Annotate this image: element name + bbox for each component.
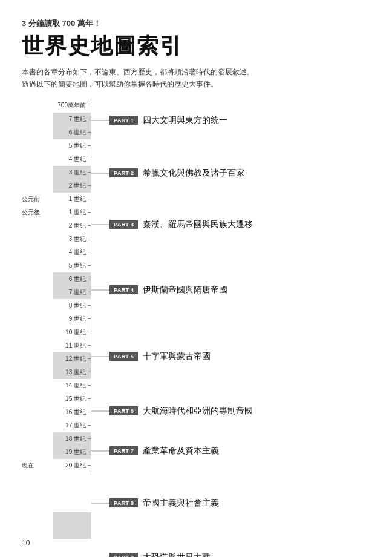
- part-5-badge: PART 5: [109, 352, 138, 361]
- timeline-row-5ad: 5 世紀: [22, 259, 91, 272]
- timeline-row-7bc: 7 世紀: [22, 113, 91, 126]
- part-1-badge: PART 1: [109, 116, 138, 125]
- description: 本書的各章分布如下，不論東、西方歷史，都將順沿著時代的發展敘述。 透過以下的簡要…: [22, 66, 370, 91]
- part-2-badge: PART 2: [109, 168, 138, 177]
- part-9: PART 9 大恐慌與世界大戰: [91, 552, 370, 557]
- part-6: PART 6 大航海時代和亞洲的專制帝國: [91, 406, 370, 417]
- part-3-title: 秦漢、羅馬帝國與民族大遷移: [143, 219, 253, 230]
- timeline-row-6ad: 6 世紀: [22, 272, 91, 286]
- timeline-row-7ad: 7 世紀: [22, 286, 91, 299]
- part-4: PART 4 伊斯蘭帝國與隋唐帝國: [91, 285, 370, 295]
- part-4-badge: PART 4: [109, 285, 138, 294]
- timeline-row-17ad: 17 世紀: [22, 419, 91, 432]
- part-2-title: 希臘文化與佛教及諸子百家: [143, 168, 244, 179]
- timeline-row-2bc: 2 世紀: [22, 179, 91, 193]
- part-7-badge: PART 7: [109, 446, 138, 455]
- timeline-row-1ad: 公元後 1 世紀: [22, 206, 91, 219]
- timeline-row-2ad: 2 世紀: [22, 219, 91, 232]
- timeline-row-6bc: 6 世紀: [22, 126, 91, 139]
- timeline-row-1bc: 公元前 1 世紀: [22, 193, 91, 206]
- part-6-badge: PART 6: [109, 406, 138, 415]
- timeline-row-14ad: 14 世紀: [22, 379, 91, 392]
- timeline-row-18ad: 18 世紀: [22, 432, 91, 446]
- part-5: PART 5 十字軍與蒙古帝國: [91, 351, 370, 362]
- parts-column: PART 1 四大文明與東方的統一 PART 2 希臘文化與佛教及諸子百家 PA…: [91, 98, 370, 472]
- timeline-row-13ad: 13 世紀: [22, 366, 91, 379]
- timeline-row-10ad: 10 世紀: [22, 326, 91, 339]
- part-2: PART 2 希臘文化與佛教及諸子百家: [91, 168, 370, 179]
- part-7: PART 7 產業革命及資本主義: [91, 446, 370, 456]
- part-5-title: 十字軍與蒙古帝國: [143, 351, 211, 362]
- timeline-row-9ad: 9 世紀: [22, 312, 91, 326]
- timeline-row-15ad: 15 世紀: [22, 392, 91, 406]
- timeline-row-16ad: 16 世紀: [22, 406, 91, 419]
- part-3-badge: PART 3: [109, 220, 138, 229]
- timeline-row-19ad: 19 世紀: [22, 446, 91, 459]
- timeline-row-11ad: 11 世紀: [22, 339, 91, 352]
- timeline-row-20ad: 現在 20 世紀: [22, 459, 91, 472]
- page-number: 10: [22, 539, 30, 547]
- part-7-title: 產業革命及資本主義: [143, 446, 219, 456]
- part-4-title: 伊斯蘭帝國與隋唐帝國: [143, 285, 227, 295]
- part-1: PART 1 四大文明與東方的統一: [91, 115, 370, 126]
- part-9-badge: PART 9: [109, 553, 138, 557]
- part-8-badge: PART 8: [109, 498, 138, 507]
- timeline-row-12ad: 12 世紀: [22, 352, 91, 366]
- timeline-row-4ad: 4 世紀: [22, 246, 91, 259]
- timeline-row-3bc: 3 世紀: [22, 166, 91, 179]
- page: 3 分鐘讀取 700 萬年！ 世界史地圖索引 本書的各章分布如下，不論東、西方歷…: [0, 0, 392, 557]
- part-6-title: 大航海時代和亞洲的專制帝國: [143, 406, 253, 417]
- part-9-title: 大恐慌與世界大戰: [143, 552, 211, 557]
- timeline-column: 700萬年前 7 世紀 6 世紀 5 世紀: [22, 98, 91, 472]
- part-3: PART 3 秦漢、羅馬帝國與民族大遷移: [91, 219, 370, 230]
- timeline-row-5bc: 5 世紀: [22, 139, 91, 153]
- timeline-row-3ad: 3 世紀: [22, 232, 91, 246]
- subtitle: 3 分鐘讀取 700 萬年！: [22, 18, 370, 29]
- timeline-row-4bc: 4 世紀: [22, 153, 91, 166]
- timeline-top-label: 700萬年前: [22, 98, 91, 113]
- part-1-title: 四大文明與東方的統一: [143, 115, 227, 126]
- timeline-row-8ad: 8 世紀: [22, 299, 91, 312]
- description-line2: 透過以下的簡要地圖，可以幫助你掌握各時代的歷史大事件。: [22, 80, 218, 88]
- description-line1: 本書的各章分布如下，不論東、西方歷史，都將順沿著時代的發展敘述。: [22, 68, 254, 76]
- part-8: PART 8 帝國主義與社會主義: [91, 498, 370, 509]
- main-title: 世界史地圖索引: [22, 31, 370, 61]
- part-8-title: 帝國主義與社會主義: [143, 498, 219, 509]
- top-era-label: 700萬年前: [22, 101, 88, 110]
